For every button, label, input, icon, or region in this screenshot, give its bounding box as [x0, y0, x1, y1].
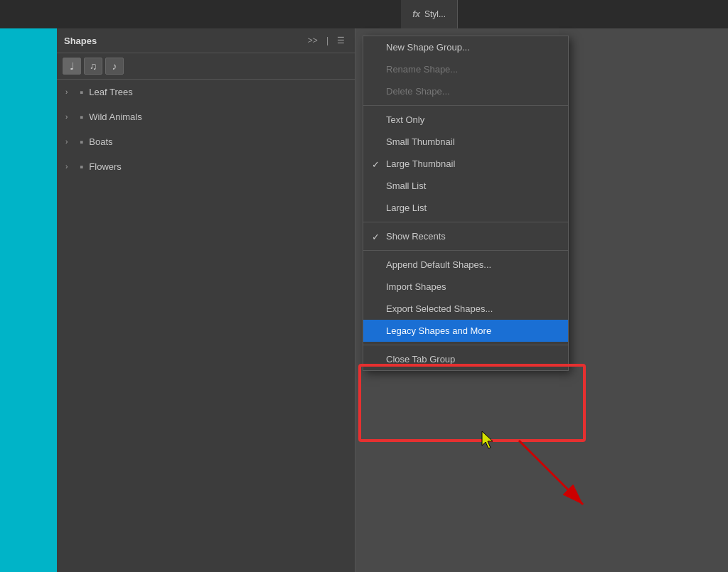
styl-label: Styl... — [424, 9, 446, 19]
separator-3 — [363, 250, 568, 251]
menu-item-large-list[interactable]: Large List — [363, 197, 568, 219]
tree-item-leaf-trees[interactable]: › ▪ Leaf Trees — [57, 80, 355, 104]
separator-2 — [363, 222, 568, 222]
menu-item-import-shapes[interactable]: Import Shapes — [363, 276, 568, 298]
menu-item-large-thumbnail[interactable]: ✓ Large Thumbnail — [363, 153, 568, 175]
separator-1 — [363, 105, 568, 106]
top-bar: fx Styl... — [0, 0, 728, 28]
menu-item-label: Large List — [386, 203, 427, 213]
chevron-icon: › — [65, 88, 74, 96]
tree-item-label: Wild Animals — [89, 112, 141, 122]
tree-item-boats[interactable]: › ▪ Boats — [57, 129, 355, 154]
folder-icon: ▪ — [80, 161, 83, 173]
menu-item-label: Text Only — [386, 114, 424, 125]
menu-item-new-shape-group[interactable]: New Shape Group... — [363, 36, 568, 58]
checkmark-icon: ✓ — [372, 158, 380, 169]
chevron-icon: › — [65, 113, 74, 121]
toolbar-row: ♩ ♫ ♪ — [57, 53, 355, 80]
icon-btn-2[interactable]: ♫ — [84, 58, 102, 75]
menu-item-label: Rename Shape... — [386, 64, 458, 75]
panel-header: Shapes >> | ☰ — [57, 28, 355, 53]
tree-item-label: Flowers — [89, 161, 122, 172]
menu-item-label: Close Tab Group — [386, 354, 455, 365]
tree-item-flowers[interactable]: › ▪ Flowers — [57, 154, 355, 179]
fx-tab[interactable]: fx Styl... — [401, 0, 458, 28]
panel-controls: >> | ☰ — [305, 34, 348, 47]
menu-item-label: Append Default Shapes... — [386, 259, 491, 270]
folder-icon: ▪ — [80, 86, 83, 98]
expand-btn[interactable]: >> — [305, 34, 321, 47]
tree-item-label: Boats — [89, 136, 112, 147]
tree-item-label: Leaf Trees — [89, 87, 132, 97]
chevron-icon: › — [65, 163, 74, 171]
chevron-icon: › — [65, 138, 74, 146]
fx-icon: fx — [412, 9, 420, 19]
folder-icon: ▪ — [80, 136, 83, 148]
menu-item-label: Legacy Shapes and More — [386, 325, 491, 336]
menu-item-delete-shape: Delete Shape... — [363, 80, 568, 102]
checkmark-icon: ✓ — [372, 231, 380, 242]
menu-item-label: Large Thumbnail — [386, 158, 455, 169]
icon-btn-1[interactable]: ♩ — [63, 58, 81, 75]
menu-item-small-thumbnail[interactable]: Small Thumbnail — [363, 131, 568, 153]
menu-item-label: Export Selected Shapes... — [386, 303, 493, 314]
menu-item-export-selected[interactable]: Export Selected Shapes... — [363, 298, 568, 320]
menu-item-show-recents[interactable]: ✓ Show Recents — [363, 225, 568, 247]
menu-item-text-only[interactable]: Text Only — [363, 109, 568, 131]
shapes-panel: Shapes >> | ☰ ♩ ♫ ♪ › ▪ Leaf Trees › ▪ W… — [57, 28, 355, 572]
separator-4 — [363, 345, 568, 345]
menu-item-label: Import Shapes — [386, 281, 446, 292]
divider-btn: | — [323, 34, 331, 47]
menu-item-label: Delete Shape... — [386, 86, 450, 97]
menu-item-label: Show Recents — [386, 231, 446, 242]
folder-icon: ▪ — [80, 111, 83, 123]
panel-title: Shapes — [64, 36, 97, 46]
menu-item-label: Small List — [386, 180, 426, 191]
menu-item-legacy-shapes[interactable]: Legacy Shapes and More — [363, 320, 568, 342]
menu-item-small-list[interactable]: Small List — [363, 175, 568, 197]
teal-sidebar — [0, 0, 57, 572]
menu-item-label: Small Thumbnail — [386, 136, 455, 147]
menu-item-close-tab-group[interactable]: Close Tab Group — [363, 348, 568, 370]
menu-item-rename-shape: Rename Shape... — [363, 58, 568, 80]
icon-btn-3[interactable]: ♪ — [105, 58, 124, 75]
menu-item-append-default[interactable]: Append Default Shapes... — [363, 254, 568, 276]
tree-item-wild-animals[interactable]: › ▪ Wild Animals — [57, 104, 355, 129]
menu-item-label: New Shape Group... — [386, 42, 470, 53]
context-menu: New Shape Group... Rename Shape... Delet… — [363, 36, 569, 371]
menu-btn[interactable]: ☰ — [334, 34, 348, 47]
